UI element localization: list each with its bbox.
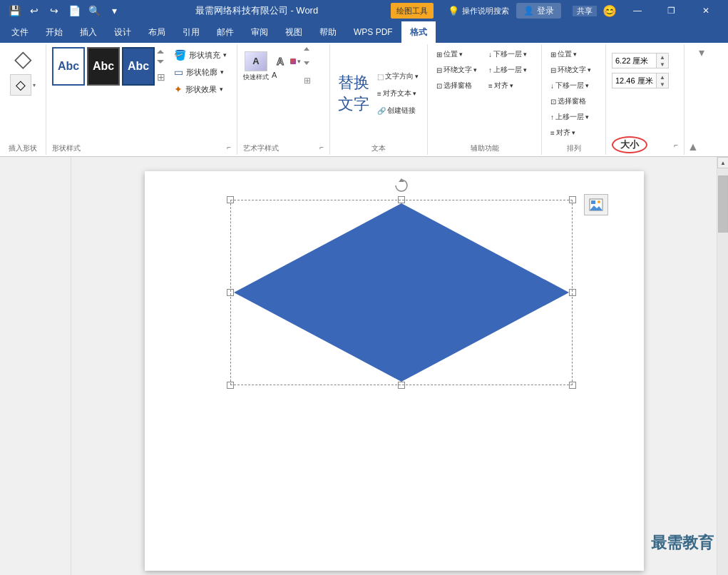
search-text: 操作说明搜索: [462, 6, 509, 16]
redo-icon[interactable]: ↪: [46, 2, 63, 19]
search-icon[interactable]: 🔍: [86, 2, 103, 19]
tab-file[interactable]: 文件: [3, 21, 37, 43]
drawing-tools-label[interactable]: 绘图工具: [391, 3, 434, 19]
scroll-track[interactable]: [717, 168, 728, 575]
height-down-btn[interactable]: ▼: [657, 61, 668, 68]
minimize-btn[interactable]: —: [621, 0, 654, 21]
tab-review[interactable]: 审阅: [242, 21, 277, 43]
shape-style-3[interactable]: Abc: [122, 47, 155, 86]
height-input[interactable]: [612, 56, 656, 65]
new-doc-icon[interactable]: 📄: [66, 2, 83, 19]
shape-fill-btn[interactable]: 🪣 形状填充 ▾: [170, 47, 231, 63]
create-link-btn[interactable]: 🔗 创建链接: [374, 103, 421, 118]
shape-styles-scroll[interactable]: ⊞: [157, 47, 165, 86]
ribbon-expand-btn[interactable]: ▲: [687, 141, 693, 153]
ribbon-collapse-btn[interactable]: ▾: [699, 46, 704, 59]
diamond-container[interactable]: [230, 200, 573, 385]
wrap-text-btn[interactable]: ⊟ 环绕文字 ▾: [434, 63, 480, 77]
arrange-up-btn[interactable]: ↑ 上移一层 ▾: [548, 110, 592, 124]
restore-btn[interactable]: ❐: [655, 0, 688, 21]
shape-effect-label: 形状效果: [185, 84, 217, 95]
art-word-label: 艺术字样式: [243, 142, 319, 153]
tab-format[interactable]: 格式: [401, 21, 436, 43]
shape-dropdown-btn[interactable]: ◇: [10, 74, 31, 96]
save-icon[interactable]: 💾: [6, 2, 23, 19]
art-word-expand-icon[interactable]: ⌐: [319, 143, 324, 151]
height-up-btn[interactable]: ▲: [657, 54, 668, 61]
tab-references[interactable]: 引用: [174, 21, 208, 43]
undo-icon[interactable]: ↩: [26, 2, 43, 19]
text-direction-btn[interactable]: ⬚ 文字方向 ▾: [374, 69, 421, 83]
handle-top-right[interactable]: [569, 196, 576, 203]
size-label[interactable]: 大小: [612, 136, 647, 153]
shapes-scroll-btn[interactable]: ▾: [33, 82, 36, 88]
width-up-btn[interactable]: ▲: [657, 73, 668, 81]
scroll-up-btn[interactable]: ▲: [717, 157, 728, 168]
width-field[interactable]: ▲ ▼: [612, 73, 669, 88]
art-word-scroll[interactable]: ⊞: [304, 47, 311, 86]
diamond-svg: [230, 200, 573, 385]
selection-pane-btn[interactable]: ⊡ 选择窗格: [434, 78, 480, 93]
art-expand-icon[interactable]: ⊞: [304, 76, 311, 86]
arr-down-label: 下移一层: [555, 81, 584, 91]
scroll-thumb[interactable]: [718, 175, 728, 233]
shape-diamond-icon[interactable]: ◇: [14, 47, 32, 70]
tab-wpspdf[interactable]: WPS PDF: [345, 21, 401, 43]
login-btn[interactable]: 👤 登录: [516, 3, 561, 19]
quick-style-btn[interactable]: A 快速样式: [243, 51, 269, 82]
more-icon[interactable]: ▾: [106, 2, 123, 19]
doc-area: [71, 157, 717, 575]
width-input[interactable]: [612, 76, 656, 85]
tab-view[interactable]: 视图: [277, 21, 311, 43]
title-bar-right: 绘图工具 💡 操作说明搜索 👤 登录 共享 😊 — ❐ ✕: [391, 0, 722, 21]
fill-dropdown-icon: ▾: [223, 51, 227, 58]
arrange-down-btn[interactable]: ↓ 下移一层 ▾: [548, 78, 592, 93]
shape-styles-expand-icon[interactable]: ⌐: [227, 143, 231, 151]
shape-effect-btn[interactable]: ✦ 形状效果 ▾: [170, 81, 231, 97]
text-group-label: 文本: [336, 141, 421, 153]
arrange-position-btn[interactable]: ⊞ 位置 ▾: [548, 47, 580, 61]
handle-bot-left[interactable]: [227, 382, 234, 389]
arrange-align-btn[interactable]: ≡ 对齐 ▾: [548, 126, 578, 140]
shape-outline-btn[interactable]: ▭ 形状轮廓 ▾: [170, 64, 231, 80]
close-btn[interactable]: ✕: [689, 0, 722, 21]
text-color-label: A: [272, 71, 301, 79]
replace-text-btn[interactable]: 替换文字: [336, 72, 371, 115]
tab-layout[interactable]: 布局: [140, 21, 174, 43]
width-down-btn[interactable]: ▼: [657, 81, 668, 88]
handle-top-left[interactable]: [227, 196, 234, 203]
size-expand-icon[interactable]: ⌐: [674, 141, 678, 149]
width-spinner: ▲ ▼: [656, 73, 668, 88]
share-btn[interactable]: 共享: [573, 6, 597, 16]
arr-up-icon: ↑: [550, 113, 554, 121]
tab-help[interactable]: 帮助: [311, 21, 345, 43]
text-dir-dropdown: ▾: [415, 73, 419, 80]
ribbon-tabs: 文件 开始 插入 设计 布局 引用 邮件 审阅 视图 帮助 WPS PDF 格式: [0, 21, 728, 43]
diamond-shape[interactable]: [234, 203, 569, 382]
move-up-btn[interactable]: ↑ 上移一层 ▾: [486, 63, 530, 77]
shape-style-1[interactable]: Abc: [52, 47, 85, 86]
handle-mid-left[interactable]: [227, 289, 234, 296]
shape-style-2[interactable]: Abc: [87, 47, 120, 86]
image-options-btn[interactable]: [584, 194, 608, 215]
arrange-wrap-btn[interactable]: ⊟ 环绕文字 ▾: [548, 63, 594, 77]
text-align-btn[interactable]: ≡ 对齐文本 ▾: [374, 86, 421, 101]
scroll-expand-icon[interactable]: ⊞: [157, 71, 165, 83]
arrange-pane-btn[interactable]: ⊡ 选择窗格: [548, 94, 589, 108]
position-btn[interactable]: ⊞ 位置 ▾: [434, 47, 480, 61]
handle-bot-mid[interactable]: [398, 382, 405, 389]
tab-design[interactable]: 设计: [106, 21, 140, 43]
move-down-btn[interactable]: ↓ 下移一层 ▾: [486, 47, 530, 61]
tab-insert[interactable]: 插入: [71, 21, 106, 43]
align-btn[interactable]: ≡ 对齐 ▾: [486, 78, 530, 93]
tab-mailings[interactable]: 邮件: [208, 21, 242, 43]
handle-bot-right[interactable]: [569, 382, 576, 389]
text-color-dropdown[interactable]: ▾: [297, 58, 301, 65]
tab-home[interactable]: 开始: [37, 21, 71, 43]
handle-mid-right[interactable]: [569, 289, 576, 296]
art-text-btn[interactable]: A: [272, 54, 289, 69]
height-field[interactable]: ▲ ▼: [612, 53, 669, 68]
search-icon-title[interactable]: 💡 操作说明搜索: [448, 6, 509, 16]
handle-top-mid[interactable]: [398, 196, 405, 203]
arr-pane-label: 选择窗格: [558, 96, 586, 106]
